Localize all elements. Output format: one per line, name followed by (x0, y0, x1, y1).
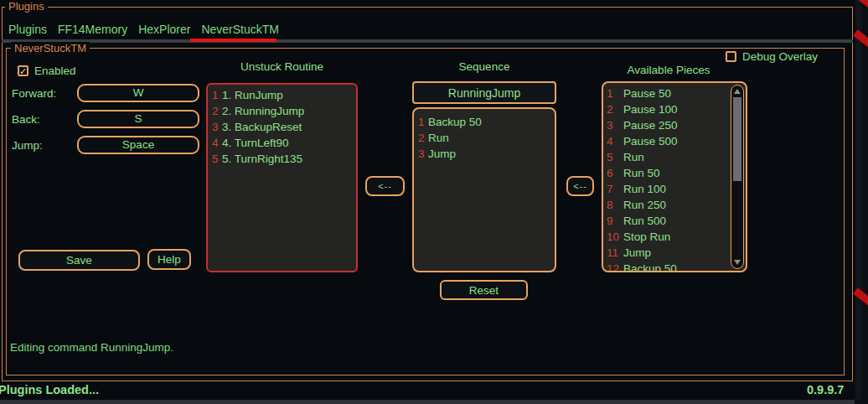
tab-hexplorer[interactable]: HexPlorer (138, 23, 190, 36)
item-number: 4 (603, 135, 623, 148)
item-label: 5. TurnRight135 (222, 153, 302, 165)
key-binding-label: Forward: (12, 87, 77, 100)
item-label: Run (428, 132, 449, 144)
item-number: 3 (414, 148, 428, 160)
save-button[interactable]: Save (18, 250, 140, 271)
debug-overlay-checkbox[interactable] (726, 51, 736, 62)
item-number: 4 (208, 137, 222, 149)
item-label: Run 50 (623, 167, 660, 179)
list-item[interactable]: 3Jump (414, 146, 555, 162)
list-item[interactable]: 8Run 250 (603, 197, 746, 213)
tab-ff14memory[interactable]: FF14Memory (58, 23, 127, 36)
reset-button[interactable]: Reset (440, 280, 528, 300)
unstuck-routine-title: Unstuck Routine (206, 60, 358, 73)
item-number: 8 (603, 199, 623, 211)
list-item[interactable]: 2Pause 100 (603, 101, 746, 117)
available-pieces-list: 1Pause 502Pause 1003Pause 2504Pause 5005… (602, 81, 747, 272)
item-number: 2 (414, 132, 428, 144)
active-tab-underline (190, 39, 276, 42)
scroll-down-icon[interactable] (734, 260, 741, 265)
list-item[interactable]: 55. TurnRight135 (208, 151, 356, 167)
key-binding-row: Back:S (12, 110, 201, 128)
unstuck-routine-list: 11. RunJump22. RunningJump33. BackupRese… (206, 83, 358, 272)
item-label: 4. TurnLeft90 (222, 137, 289, 149)
key-binding-label: Jump: (12, 139, 77, 152)
move-to-sequence-button[interactable]: <-- (566, 176, 594, 196)
list-item[interactable]: 12Backup 50 (603, 261, 746, 272)
key-binding-label: Back: (12, 113, 77, 126)
item-number: 1 (603, 87, 623, 100)
item-label: 2. RunningJump (222, 105, 304, 117)
item-number: 9 (603, 215, 623, 227)
statusbar-text: Plugins Loaded... (0, 383, 99, 396)
key-binding-row: Jump:Space (12, 136, 201, 154)
item-label: Backup 50 (428, 116, 482, 128)
key-binding-input[interactable]: S (77, 110, 199, 128)
scrollbar-thumb[interactable] (733, 97, 741, 181)
tab-plugins[interactable]: Plugins (8, 23, 47, 36)
list-item[interactable]: 9Run 500 (603, 213, 746, 229)
list-item[interactable]: 2Run (414, 130, 555, 146)
list-item[interactable]: 1Backup 50 (414, 114, 555, 130)
item-label: Run 500 (623, 215, 666, 227)
list-item[interactable]: 4Pause 500 (603, 133, 746, 149)
item-number: 10 (603, 230, 623, 243)
plugin-window: Plugins PluginsFF14MemoryHexPlorerNeverS… (0, 0, 868, 404)
item-number: 3 (208, 121, 222, 133)
list-item[interactable]: 11. RunJump (208, 87, 356, 103)
outer-group-label: Plugins (5, 0, 48, 13)
key-binding-row: Forward:W (12, 84, 201, 102)
item-number: 1 (208, 89, 222, 101)
list-item[interactable]: 22. RunningJump (208, 103, 356, 119)
item-label: Run 100 (623, 183, 666, 195)
debug-overlay-label: Debug Overlay (742, 50, 818, 63)
item-label: Run (623, 151, 644, 163)
item-label: Pause 250 (623, 119, 678, 132)
sequence-list: 1Backup 502Run3Jump (412, 107, 556, 272)
move-to-routine-button[interactable]: <-- (365, 176, 405, 196)
item-number: 12 (603, 262, 623, 272)
item-label: 3. BackupReset (222, 121, 302, 133)
list-item[interactable]: 6Run 50 (603, 165, 746, 181)
item-number: 5 (603, 151, 623, 163)
tab-neverstucktm[interactable]: NeverStuckTM (201, 23, 279, 36)
available-pieces-title: Available Pieces (602, 64, 736, 76)
enabled-checkbox[interactable]: ✓ (18, 65, 28, 76)
list-item[interactable]: 33. BackupReset (208, 119, 356, 135)
sequence-title: Sequence (412, 60, 556, 73)
item-number: 2 (208, 105, 222, 117)
bottom-strip (0, 400, 868, 404)
item-number: 3 (603, 119, 623, 132)
item-label: Jump (623, 246, 651, 259)
item-label: Pause 100 (623, 103, 678, 116)
item-number: 7 (603, 183, 623, 195)
list-item[interactable]: 7Run 100 (603, 181, 746, 197)
item-number: 2 (603, 103, 623, 116)
item-label: Pause 500 (623, 135, 678, 148)
list-item[interactable]: 1Pause 50 (603, 85, 746, 101)
background-strip-inner (855, 0, 862, 400)
tab-divider (2, 39, 853, 43)
item-number: 5 (208, 153, 222, 165)
list-item[interactable]: 11Jump (603, 245, 746, 261)
list-item[interactable]: 3Pause 250 (603, 117, 746, 133)
item-label: 1. RunJump (222, 89, 283, 101)
help-button[interactable]: Help (147, 249, 191, 270)
list-item[interactable]: 5Run (603, 149, 746, 165)
item-label: Backup 50 (623, 262, 677, 272)
item-number: 1 (414, 116, 428, 128)
item-label: Stop Run (623, 230, 670, 243)
item-label: Jump (428, 148, 456, 160)
list-item[interactable]: 10Stop Run (603, 229, 746, 245)
scroll-up-icon[interactable] (734, 89, 741, 94)
statusbar-version: 0.9.9.7 (807, 383, 844, 396)
scrollbar[interactable] (731, 85, 744, 269)
key-binding-input[interactable]: W (77, 84, 199, 102)
sequence-command-name[interactable]: RunningJump (412, 81, 556, 104)
status-message: Editing command RunningJump. (10, 341, 173, 354)
list-item[interactable]: 44. TurnLeft90 (208, 135, 356, 151)
item-label: Run 250 (623, 199, 666, 211)
item-number: 11 (603, 246, 623, 259)
key-binding-input[interactable]: Space (77, 136, 199, 154)
enabled-label: Enabled (34, 65, 76, 77)
